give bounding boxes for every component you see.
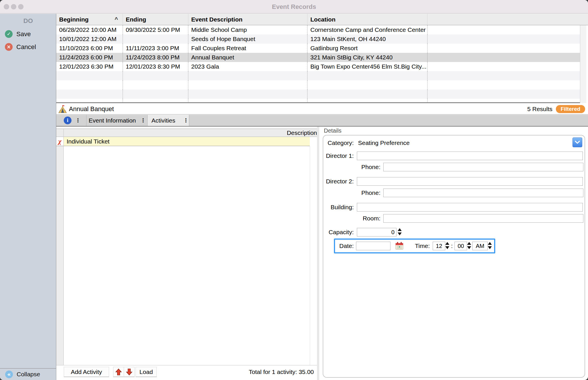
phone1-label: Phone: (324, 163, 380, 171)
red-down-arrow-icon (125, 368, 133, 376)
category-dropdown-button[interactable] (572, 137, 582, 147)
building-input[interactable] (357, 203, 583, 212)
table-scrollbar[interactable] (580, 25, 586, 103)
panel-splitter[interactable] (317, 127, 319, 380)
date-label: Date: (337, 242, 354, 250)
time-label: Time: (402, 242, 430, 250)
time-minute-input[interactable] (454, 242, 467, 250)
hour-stepper[interactable] (445, 242, 449, 249)
event-records-window: Event Records DO ✓ Save × Cancel « Colla… (0, 0, 588, 380)
cell-description: 2023 Gala (188, 62, 307, 71)
capacity-stepper[interactable] (398, 228, 402, 235)
activities-gutter (56, 129, 64, 365)
step-up-icon (398, 228, 402, 231)
time-separator: : (450, 242, 454, 250)
sidebar (0, 14, 56, 380)
details-panel-title: Details (324, 127, 341, 134)
minute-stepper[interactable] (467, 242, 471, 249)
director1-label: Director 1: (324, 152, 354, 160)
category-value: Seating Preference (358, 139, 410, 147)
building-label: Building: (324, 203, 354, 212)
menu-dots-icon[interactable]: ⋮ (75, 115, 81, 126)
phone1-input[interactable] (383, 163, 583, 171)
results-count: 5 Results (488, 104, 552, 115)
director1-input[interactable] (357, 152, 583, 160)
collapse-button[interactable]: « Collapse (0, 368, 56, 380)
cell-location: 321 Main StBig City, KY 44240 (307, 53, 428, 62)
collapse-button-label: Collapse (17, 370, 40, 378)
info-icon[interactable]: i (64, 117, 71, 124)
director2-label: Director 2: (324, 177, 354, 186)
capacity-input[interactable] (357, 228, 396, 236)
chevron-down-icon (575, 141, 580, 144)
cell-location: Big Town Expo Center456 Elm St.Big City.… (307, 62, 428, 71)
move-up-button[interactable] (113, 367, 124, 377)
cancel-button-label: Cancel (16, 43, 36, 51)
room-input[interactable] (383, 214, 583, 223)
move-down-button[interactable] (124, 367, 135, 377)
sidebar-header: DO (0, 17, 56, 25)
date-input[interactable] (356, 242, 390, 250)
director2-input[interactable] (357, 177, 583, 186)
category-label: Category: (324, 139, 354, 147)
cell-beginning: 10/01/2022 12:00 AM (56, 34, 123, 44)
room-label: Room: (324, 214, 380, 223)
phone2-input[interactable] (383, 189, 583, 197)
column-header-event-description[interactable]: Event Description (188, 14, 307, 25)
column-header-ending[interactable]: Ending (123, 14, 188, 25)
tab-event-information[interactable]: Event Information (86, 115, 138, 126)
red-up-arrow-icon (115, 368, 122, 376)
cell-description: Middle School Camp (188, 25, 307, 34)
table-row-empty (56, 99, 580, 103)
phone2-label: Phone: (324, 189, 380, 197)
window-title: Event Records (0, 0, 588, 13)
cut-icon: χ (58, 137, 61, 145)
cell-ending (123, 34, 188, 44)
filtered-badge[interactable]: Filtered (556, 105, 585, 113)
delete-activity-button[interactable]: χ (56, 137, 64, 146)
cell-beginning: 06/28/2022 10:00 AM (56, 25, 123, 34)
meridiem-stepper[interactable] (488, 242, 492, 249)
capacity-label: Capacity: (324, 228, 354, 236)
event-table: 06/28/2022 10:00 AM 09/30/2022 5:00 PM M… (56, 25, 580, 103)
table-row-empty (56, 71, 580, 80)
description-column-header[interactable]: Description (64, 129, 317, 137)
cell-ending: 09/30/2022 5:00 PM (123, 25, 188, 34)
table-row-selected[interactable]: 11/24/2023 6:00 PM 11/24/2023 8:00 PM An… (56, 53, 580, 62)
column-header-location[interactable]: Location (307, 14, 428, 25)
cell-description: Seeds of Hope Banquet (188, 34, 307, 44)
time-meridiem-input[interactable] (472, 242, 488, 250)
cell-beginning: 11/10/2023 6:00 PM (56, 44, 123, 53)
save-button-label: Save (16, 30, 31, 38)
load-button[interactable]: Load (136, 367, 157, 377)
cell-description: Annual Banquet (188, 53, 307, 62)
table-row[interactable]: 10/01/2022 12:00 AM Seeds of Hope Banque… (56, 34, 580, 44)
double-left-chevron-icon: « (5, 371, 13, 378)
menu-dots-icon[interactable]: ⋮ (140, 115, 146, 126)
table-row[interactable]: 06/28/2022 10:00 AM 09/30/2022 5:00 PM M… (56, 25, 580, 34)
cell-location: 123 Main StKent, OH 44240 (307, 34, 428, 44)
cell-location: Gatlinburg Resort (307, 44, 428, 53)
table-row-empty (56, 90, 580, 99)
cell-location: Cornerstone Camp and Conference Center (307, 25, 428, 34)
time-hour-input[interactable] (433, 242, 445, 250)
activities-total: Total for 1 activity: 35.00 (199, 365, 314, 379)
table-row[interactable]: 12/01/2023 6:30 PM 12/01/2023 8:30 PM 20… (56, 62, 580, 71)
scrollbar-corner (580, 14, 588, 25)
cell-ending: 12/01/2023 8:30 PM (123, 62, 188, 71)
add-activity-button[interactable]: Add Activity (64, 367, 109, 377)
tab-activities[interactable]: Activities (148, 115, 179, 126)
tent-icon (58, 105, 67, 114)
sort-ascending-icon: ^ (115, 14, 118, 25)
record-title: Annual Banquet (69, 104, 114, 115)
cell-ending: 11/24/2023 8:00 PM (123, 53, 188, 62)
table-row[interactable]: 11/10/2023 6:00 PM 11/11/2023 3:00 PM Fa… (56, 44, 580, 53)
table-row-empty (56, 80, 580, 90)
activity-row[interactable]: Individual Ticket (64, 137, 310, 146)
cell-beginning: 11/24/2023 6:00 PM (56, 53, 123, 62)
table-header: Beginning ^ Ending Event Description Loc… (56, 14, 588, 25)
column-header-beginning[interactable]: Beginning ^ (56, 14, 123, 25)
gutter-header-cell (56, 129, 64, 137)
menu-dots-icon[interactable]: ⋮ (183, 115, 189, 126)
cell-beginning: 12/01/2023 6:30 PM (56, 62, 123, 71)
